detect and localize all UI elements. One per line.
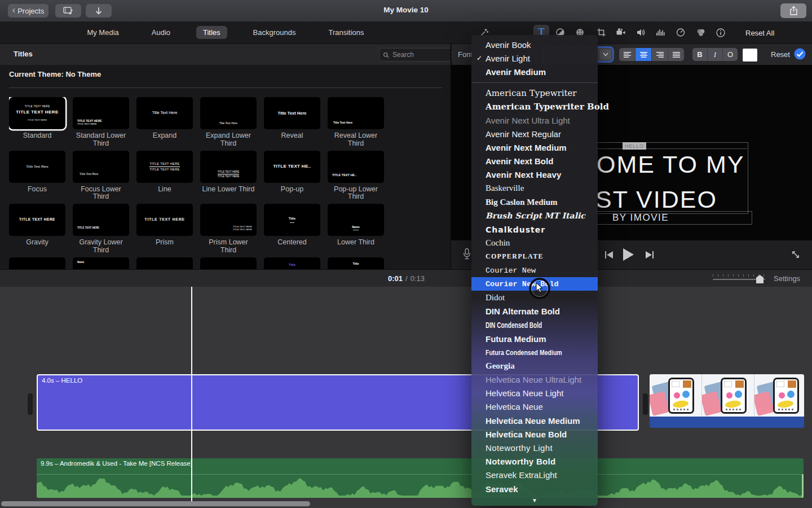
font-menu-item[interactable]: Big Caslon Medium [471, 195, 598, 209]
align-justify-button[interactable] [668, 48, 684, 61]
font-menu-item[interactable]: Noteworthy Bold [471, 455, 598, 468]
font-menu-item[interactable]: Avenir Next Regular [471, 127, 598, 141]
menu-scroll-down-icon[interactable]: ▼ [471, 497, 598, 503]
settings-button[interactable]: Settings [774, 274, 800, 283]
align-right-button[interactable] [652, 48, 668, 61]
font-menu-item[interactable]: DIN Condensed Bold [471, 318, 598, 332]
title-style-thumbnail[interactable] [136, 257, 193, 270]
font-menu-item[interactable]: Copperplate [471, 250, 598, 264]
skip-forward-button[interactable] [645, 251, 654, 259]
font-menu-item[interactable]: Chalkduster [471, 222, 598, 236]
title-style-thumbnail[interactable]: TITLE TEXT HERE [73, 204, 129, 236]
noise-reduction-icon[interactable] [656, 28, 666, 37]
clip-filters-icon[interactable] [696, 28, 706, 37]
playhead[interactable] [191, 287, 192, 502]
volume-icon[interactable] [636, 28, 646, 37]
media-import-button[interactable] [55, 4, 81, 17]
bold-button[interactable]: B [692, 48, 708, 61]
selected-word-highlight[interactable]: HELLO [623, 142, 646, 150]
font-menu-item[interactable]: Avenir Next Ultra Light [471, 113, 598, 127]
outline-button[interactable]: O [723, 48, 738, 61]
audio-clip[interactable]: 9.9s – Andromedik & Used - Take Me [NCS … [37, 458, 804, 498]
title-line-1[interactable]: OME TO MY [597, 151, 745, 178]
font-menu-item[interactable]: Helvetica Neue Medium [471, 414, 598, 427]
font-menu-item[interactable]: Helvetica Neue UltraLight [471, 373, 598, 387]
media-tab[interactable]: Titles [196, 26, 227, 39]
font-menu-item[interactable]: American Typewriter [471, 86, 598, 100]
font-menu-item[interactable]: Baskerville [471, 182, 598, 195]
font-menu-item[interactable]: American Typewriter Bold [471, 100, 598, 113]
speed-icon[interactable] [676, 28, 686, 37]
font-menu-item[interactable]: Seravek [471, 482, 598, 496]
clip-info-icon[interactable] [716, 28, 726, 38]
align-center-button[interactable] [636, 48, 652, 61]
title-line-2[interactable]: ST VIDEO [595, 186, 717, 213]
title-style-thumbnail[interactable]: TITLE TEXT HERE TITLE TEXT HERE [200, 204, 257, 236]
voiceover-mic-icon[interactable] [462, 248, 471, 260]
title-style-thumbnail[interactable]: Title Text Here [9, 151, 65, 183]
skip-back-button[interactable] [604, 251, 614, 259]
media-tab[interactable]: Audio [145, 26, 177, 39]
title-style-thumbnail[interactable]: TITLE TEXT HERE TITLE TEXT HERE TITLE TE… [9, 97, 65, 129]
media-tab[interactable]: Transitions [321, 26, 370, 39]
title-style-thumbnail[interactable] [200, 257, 257, 270]
font-menu-item[interactable]: Avenir Next Heavy [471, 168, 598, 182]
font-menu-item[interactable]: Avenir Next Medium [471, 141, 598, 154]
import-media-button[interactable] [86, 4, 112, 17]
fullscreen-button[interactable] [791, 249, 801, 260]
title-style-thumbnail[interactable]: TITLE TEXT HERE TITLE TEXT HERE [200, 151, 257, 183]
font-menu-item[interactable]: Helvetica Neue Light [471, 387, 598, 400]
font-menu-item[interactable]: Brush Script MT Italic [471, 209, 598, 222]
font-menu-item[interactable]: Georgia [471, 359, 598, 373]
title-style-thumbnail[interactable]: Title Text Here [73, 151, 129, 183]
play-button[interactable] [622, 248, 634, 261]
font-menu-item[interactable]: Futura Condensed Medium [471, 345, 598, 359]
font-menu-item[interactable]: Futura Medium [471, 332, 598, 345]
title-style-thumbnail[interactable]: TITLE TEXT HE.. [264, 151, 320, 183]
title-style-thumbnail[interactable]: Title [328, 257, 384, 270]
align-left-button[interactable] [619, 48, 636, 61]
font-menu-item[interactable]: Courier New [471, 264, 598, 277]
font-menu-item[interactable]: Helvetica Neue [471, 400, 598, 414]
title-style-thumbnail[interactable]: TITLE TEXT HERE [136, 204, 193, 236]
font-menu-item[interactable]: Avenir Book [471, 38, 598, 51]
title-style-thumbnail[interactable]: TITLE TEXT HERE TITLE TEXT HERE [73, 97, 129, 129]
font-menu-item[interactable]: Seravek ExtraLight [471, 468, 598, 482]
font-menu-item[interactable]: Cochin [471, 237, 598, 250]
title-style-thumbnail[interactable]: Title [264, 257, 320, 270]
stabilization-icon[interactable] [616, 28, 626, 37]
projects-button[interactable]: ‹ Projects [8, 4, 48, 17]
title-style-thumbnail[interactable]: Title Text Here [200, 97, 257, 129]
italic-button[interactable]: I [708, 48, 723, 61]
text-color-well[interactable] [742, 48, 758, 62]
title-style-thumbnail[interactable]: TITLE TEXT HERE [9, 204, 65, 236]
media-tab[interactable]: My Media [80, 26, 125, 39]
title-style-thumbnail[interactable]: Name [73, 257, 129, 270]
title-style-thumbnail[interactable]: Title Text Here [264, 97, 320, 129]
font-menu-item[interactable]: Didot [471, 291, 598, 304]
search-input[interactable] [391, 50, 439, 59]
font-menu-item[interactable]: ✓ Avenir Light [471, 51, 598, 65]
font-menu-item[interactable]: DIN Alternate Bold [471, 305, 598, 318]
crop-icon[interactable] [597, 28, 606, 37]
title-style-thumbnail[interactable] [9, 257, 65, 270]
clip-trim-handle-left[interactable] [28, 393, 33, 415]
timeline[interactable]: 4.0s – HELLO [0, 287, 812, 508]
font-menu-item[interactable]: Avenir Medium [471, 65, 598, 78]
font-menu-item[interactable]: Courier New Bold [471, 277, 598, 291]
title-style-thumbnail[interactable]: TITLE TEXT HE.. [328, 151, 384, 183]
search-field[interactable] [379, 48, 452, 62]
font-menu-item[interactable]: Helvetica Neue Bold [471, 427, 598, 441]
media-tab[interactable]: Backgrounds [246, 26, 303, 39]
video-clip[interactable] [650, 374, 804, 428]
font-menu-item[interactable]: Noteworthy Light [471, 441, 598, 454]
apply-checkmark-button[interactable] [794, 48, 806, 60]
title-style-thumbnail[interactable]: Title Text Here [328, 97, 384, 129]
font-menu-item[interactable]: Avenir Next Bold [471, 155, 598, 168]
title-style-thumbnail[interactable]: Title Text Here [136, 97, 193, 129]
title-style-thumbnail[interactable]: Name [328, 204, 384, 236]
reset-all-button[interactable]: Reset All [745, 29, 774, 37]
title-style-thumbnail[interactable]: TITLE TEXT HERE TITLE TEXT HERE [136, 151, 193, 183]
title-style-thumbnail[interactable]: Title [264, 204, 320, 236]
clip-trim-handle-middle[interactable] [643, 393, 648, 415]
